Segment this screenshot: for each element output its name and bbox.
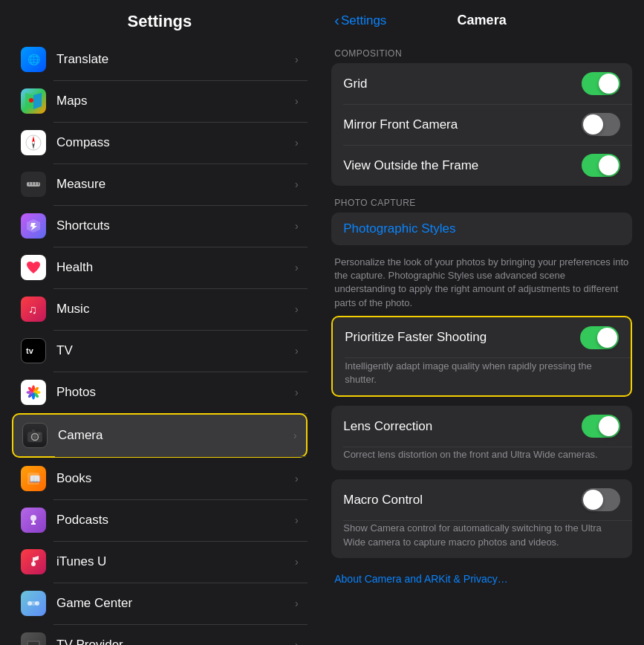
- toggle-knob-macro-control: [583, 490, 603, 510]
- sidebar-item-label-tv: TV: [56, 343, 295, 358]
- svg-text:tv: tv: [26, 346, 34, 355]
- setting-label-view-outside: View Outside the Frame: [343, 158, 582, 173]
- sidebar-item-label-shortcuts: Shortcuts: [56, 218, 295, 233]
- chevron-right-icon: ›: [295, 597, 299, 609]
- setting-row-macro-control[interactable]: Macro Control: [331, 479, 632, 520]
- music-icon: ♫: [21, 296, 46, 322]
- svg-marker-2: [33, 93, 42, 109]
- svg-rect-10: [35, 182, 36, 185]
- sidebar-item-photos[interactable]: Photos›: [12, 372, 308, 413]
- settings-group-composition: GridMirror Front CameraView Outside the …: [331, 63, 632, 186]
- photographic-styles-link[interactable]: Photographic Styles: [343, 221, 455, 236]
- sidebar-item-gamecenter[interactable]: Game Center›: [12, 583, 308, 624]
- maps-icon: [21, 88, 46, 114]
- sidebar-item-label-translate: Translate: [56, 52, 295, 67]
- left-header: Settings: [0, 0, 319, 39]
- sidebar-item-label-gamecenter: Game Center: [56, 596, 295, 611]
- sidebar-item-tv[interactable]: tvTV›: [12, 330, 308, 372]
- books-icon: 📖: [21, 466, 46, 491]
- svg-rect-11: [38, 182, 39, 185]
- chevron-right-icon: ›: [295, 54, 299, 65]
- chevron-right-icon: ›: [295, 514, 299, 526]
- tv-icon: tv: [21, 338, 46, 363]
- sidebar-item-label-podcasts: Podcasts: [56, 513, 295, 528]
- sidebar-item-tvprovider[interactable]: TV Provider›: [12, 624, 308, 645]
- toggle-knob-prioritize-shooting: [597, 328, 617, 348]
- sidebar-item-music[interactable]: ♫Music›: [12, 288, 308, 330]
- setting-label-prioritize-shooting: Prioritize Faster Shooting: [345, 330, 580, 345]
- right-panel: ‹ Settings Camera COMPOSITIONGridMirror …: [319, 0, 644, 645]
- sidebar-item-podcasts[interactable]: Podcasts›: [12, 499, 308, 541]
- chevron-right-icon: ›: [295, 95, 299, 107]
- sidebar-item-label-itunes: iTunes U: [56, 554, 295, 569]
- svg-text:♫: ♫: [28, 303, 37, 316]
- setting-row-view-outside[interactable]: View Outside the Frame: [331, 145, 632, 186]
- photographic-styles-row[interactable]: Photographic Styles: [331, 213, 632, 245]
- right-content: COMPOSITIONGridMirror Front CameraView O…: [319, 36, 644, 645]
- setting-row-prioritize-shooting[interactable]: Prioritize Faster Shooting: [333, 317, 631, 358]
- setting-label-macro-control: Macro Control: [343, 493, 582, 508]
- chevron-right-icon: ›: [293, 430, 297, 441]
- toggle-lens-correction[interactable]: [582, 415, 620, 438]
- sidebar-item-label-photos: Photos: [56, 385, 295, 400]
- sidebar-item-camera[interactable]: Camera›: [12, 413, 308, 458]
- sidebar-item-label-camera: Camera: [58, 428, 293, 443]
- footer-privacy-link[interactable]: About Camera and ARKit & Privacy…: [331, 567, 632, 591]
- sidebar-item-maps[interactable]: Maps›: [12, 80, 308, 122]
- toggle-grid[interactable]: [582, 72, 620, 95]
- toggle-prioritize-shooting[interactable]: [580, 326, 619, 349]
- right-title: Camera: [458, 13, 507, 28]
- sidebar-item-books[interactable]: 📖Books›: [12, 458, 308, 499]
- sidebar-item-measure[interactable]: Measure›: [12, 163, 308, 205]
- setting-label-mirror-front: Mirror Front Camera: [343, 117, 582, 132]
- setting-row-mirror-front[interactable]: Mirror Front Camera: [331, 104, 632, 145]
- setting-group-lens-correction: Lens CorrectionCorrect lens distortion o…: [331, 406, 632, 470]
- chevron-right-icon: ›: [295, 303, 299, 315]
- compass-icon: [21, 130, 46, 155]
- chevron-right-icon: ›: [295, 386, 299, 398]
- svg-rect-34: [33, 557, 34, 565]
- sidebar-item-label-books: Books: [56, 471, 295, 486]
- itunes-icon: [21, 549, 46, 574]
- sidebar-item-compass[interactable]: Compass›: [12, 122, 308, 163]
- setting-row-grid[interactable]: Grid: [331, 63, 632, 104]
- toggle-mirror-front[interactable]: [582, 113, 620, 136]
- svg-text:📖: 📖: [29, 473, 42, 485]
- setting-label-grid: Grid: [343, 77, 582, 91]
- sidebar-item-label-measure: Measure: [56, 177, 295, 192]
- photographic-styles-description: Personalize the look of your photos by b…: [331, 251, 632, 316]
- toggle-macro-control[interactable]: [582, 488, 620, 511]
- chevron-right-icon: ›: [295, 639, 299, 645]
- back-button[interactable]: ‹ Settings: [334, 12, 386, 29]
- camera-icon: [22, 423, 48, 448]
- setting-row-lens-correction[interactable]: Lens Correction: [331, 406, 632, 447]
- sidebar-item-label-music: Music: [56, 302, 295, 317]
- shortcuts-icon: [21, 213, 46, 239]
- svg-text:🌐: 🌐: [27, 54, 41, 66]
- chevron-right-icon: ›: [295, 473, 299, 484]
- health-icon: [21, 255, 46, 280]
- sidebar-item-shortcuts[interactable]: Shortcuts›: [12, 205, 308, 247]
- left-panel: Settings 🌐Translate›Maps›Compass›Measure…: [0, 0, 319, 645]
- svg-point-25: [33, 435, 37, 439]
- svg-rect-9: [32, 182, 33, 185]
- left-title: Settings: [15, 12, 305, 31]
- tvprovider-icon: [21, 632, 46, 645]
- svg-rect-26: [32, 430, 35, 432]
- section-header-composition: COMPOSITION: [331, 42, 632, 63]
- sidebar-item-label-compass: Compass: [56, 135, 295, 150]
- svg-rect-8: [29, 182, 30, 185]
- measure-icon: [21, 172, 46, 197]
- sidebar-item-itunes[interactable]: iTunes U›: [12, 541, 308, 583]
- setting-description-prioritize-shooting: Intelligently adapt image quality when r…: [333, 358, 631, 395]
- setting-description-lens-correction: Correct lens distortion on the front and…: [331, 447, 632, 470]
- section-header-photo-capture: PHOTO CAPTURE: [331, 192, 632, 213]
- sidebar-item-health[interactable]: Health›: [12, 247, 308, 288]
- toggle-view-outside[interactable]: [582, 154, 620, 177]
- toggle-knob-view-outside: [599, 155, 619, 175]
- setting-group-macro-control: Macro ControlShow Camera control for aut…: [331, 479, 632, 557]
- sidebar-item-translate[interactable]: 🌐Translate›: [12, 39, 308, 80]
- chevron-right-icon: ›: [295, 262, 299, 273]
- svg-rect-39: [28, 642, 39, 645]
- photographic-styles-group: Photographic Styles: [331, 213, 632, 245]
